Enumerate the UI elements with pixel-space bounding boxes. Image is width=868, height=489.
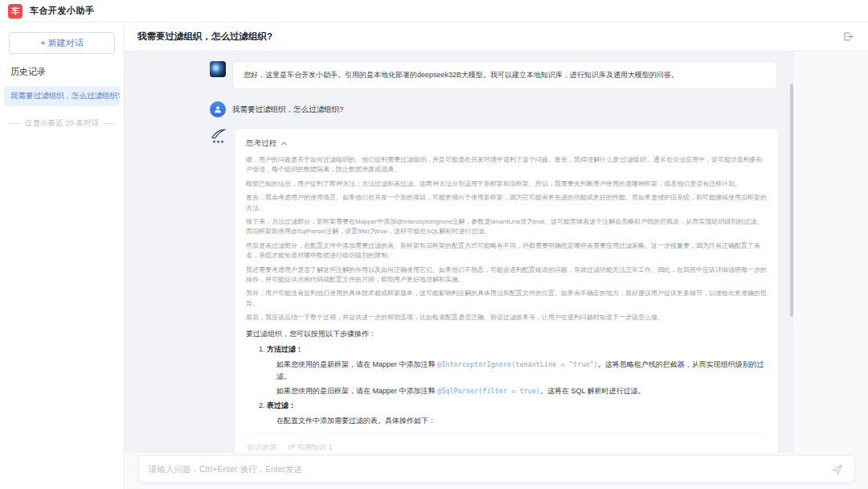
- citation-link[interactable]: 引用知识 1: [288, 442, 333, 453]
- user-message-row: 我需要过滤组织，怎么过滤组织?: [210, 101, 794, 117]
- answer-block: 要过滤组织，您可以按照以下步骤操作：: [246, 329, 767, 340]
- answer-body: 嗯，用户的问题是关于如何过滤组织的。他们提到需要过滤组织，并且可能是在开发环境中…: [246, 155, 767, 435]
- app-logo-icon: 车: [8, 4, 23, 18]
- limit-note-text: 仅显示最近 20 条对话: [25, 118, 99, 129]
- brand-wordmark-icon: [213, 141, 224, 143]
- thinking-paragraph: 嗯，用户的问题是关于如何过滤组织的。他们提到需要过滤组织，并且可能是在开发环境中…: [246, 155, 767, 175]
- chat-scroll-area: 您好，这里是车合开发小助手。引用的是本地化部署的deepseek32B大模型。我…: [125, 51, 794, 453]
- user-message-text: 我需要过滤组织，怎么过滤组织?: [232, 105, 343, 115]
- assistant-greeting-bubble: 您好，这里是车合开发小助手。引用的是本地化部署的deepseek32B大模型。我…: [232, 61, 777, 89]
- export-button[interactable]: [841, 30, 855, 44]
- thinking-paragraph: 最后，我应该总结一下整个过程，并提供进一步的帮助选项，比如检查配置是否正确、验证…: [246, 313, 767, 323]
- answer-block: 1. 方法过滤：: [259, 344, 767, 355]
- send-icon: [831, 463, 843, 475]
- divider-line: [104, 123, 115, 124]
- thinking-section: 嗯，用户的问题是关于如何过滤组织的。他们提到需要过滤组织，并且可能是在开发环境中…: [246, 155, 767, 323]
- conversation-header: 我需要过滤组织，怎么过滤组织?: [125, 23, 868, 51]
- assistant-answer-row: 思考过程 嗯，用户的问题是关于如何过滤组织的。他们提到需要过滤组织，并且可能是在…: [210, 128, 794, 453]
- app-title: 车合开发小助手: [30, 5, 95, 17]
- app-bar: 车 车合开发小助手: [0, 0, 868, 23]
- logo-glyph: 车: [11, 6, 19, 17]
- message-composer: [138, 455, 855, 483]
- user-avatar: [210, 101, 226, 117]
- thinking-toggle[interactable]: 思考过程: [246, 138, 767, 149]
- chat-scrollbar-thumb[interactable]: [790, 84, 793, 317]
- thinking-paragraph: 然后是表过滤部分，在配置文件中添加需要过滤的表。新框架和旧框架的配置方式可能略有…: [246, 241, 767, 261]
- divider-line: [9, 123, 20, 124]
- assistant-message-row: 您好，这里是车合开发小助手。引用的是本地化部署的deepseek32B大模型。我…: [210, 61, 794, 89]
- assistant-avatar: [210, 61, 226, 77]
- brand-swoosh-icon: [211, 128, 227, 140]
- thinking-paragraph: 根据已知的信息，用户提到了两种方法：方法过滤和表过滤。这两种方法分别适用于新框架…: [246, 179, 767, 189]
- answer-block: 如果您使用的是新框架，请在 Mapper 中添加注释 @InterceptorI…: [276, 359, 767, 382]
- send-button[interactable]: [829, 461, 845, 477]
- answer-block: 2. 表过滤：: [259, 401, 767, 412]
- history-limit-note: 仅显示最近 20 条对话: [0, 118, 124, 129]
- brand-avatar: [210, 128, 227, 149]
- thinking-label: 思考过程: [246, 138, 276, 149]
- answer-block: 如果您使用的是旧框架，请在 Mapper 中添加注释 @SqlParser(fi…: [276, 385, 767, 397]
- main-area: 我需要过滤组织，怎么过滤组织? 您好，这里是车合开发小助手。引用的是本地化部署的…: [125, 23, 868, 489]
- chevron-up-icon: [280, 141, 288, 146]
- export-icon: [843, 31, 854, 42]
- thinking-paragraph: 首先，我会考虑用户的使用场景。如果他们在开发一个新的项目，可能更倾向于使用新框架…: [246, 193, 767, 213]
- quote-icon: [288, 444, 295, 451]
- person-icon: [213, 105, 223, 114]
- thinking-paragraph: 我还需要考虑用户是否了解这些注解的作用以及如何正确使用它们。如果他们不熟悉，可能…: [246, 265, 767, 286]
- assistant-answer-bubble: 思考过程 嗯，用户的问题是关于如何过滤组织的。他们提到需要过滤组织，并且可能是在…: [234, 128, 779, 453]
- citation-footer: 知识来源 引用知识 1: [246, 435, 767, 453]
- citation-link-text: 引用知识 1: [297, 442, 333, 453]
- answer-block: 在配置文件中添加需要过滤的表。具体操作如下：: [276, 415, 767, 426]
- sidebar: + 新建对话 历史记录 我需要过滤组织，怎么过滤组织? 仅显示最近 20 条对话: [0, 23, 125, 489]
- conversation-title: 我需要过滤组织，怎么过滤组织?: [137, 31, 272, 43]
- source-label: 知识来源: [248, 442, 276, 453]
- answer-section: 要过滤组织，您可以按照以下步骤操作：1. 方法过滤：如果您使用的是新框架，请在 …: [246, 329, 767, 435]
- history-title: 历史记录: [10, 66, 113, 78]
- thinking-paragraph: 接下来，方法过滤部分，新框架需要在Mapper中添加@InterceptorIg…: [246, 217, 767, 237]
- thinking-paragraph: 另外，用户可能没有提到他们使用的具体技术栈或框架版本，这可能影响到注解的具体用法…: [246, 289, 767, 309]
- message-input[interactable]: [149, 464, 829, 474]
- new-chat-button[interactable]: + 新建对话: [9, 32, 115, 54]
- sidebar-item-conversation[interactable]: 我需要过滤组织，怎么过滤组织?: [4, 86, 120, 106]
